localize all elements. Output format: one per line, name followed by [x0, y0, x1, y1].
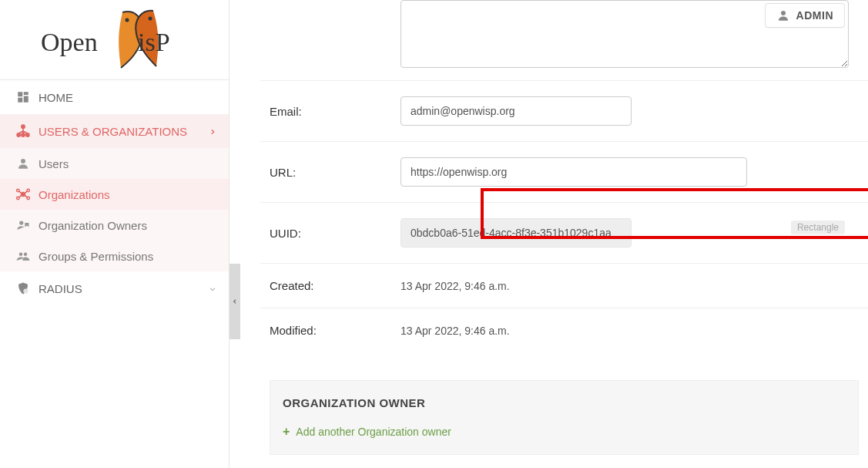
owner-icon: [12, 218, 34, 232]
nav-users[interactable]: Users: [0, 148, 229, 179]
sidebar: Open isP HOME USERS & ORGANIZATIONS: [0, 0, 230, 468]
add-org-owner-link[interactable]: + Add another Organization owner: [283, 425, 846, 439]
svg-point-9: [17, 133, 20, 136]
openwisp-logo: Open isP: [30, 6, 199, 74]
email-field-row: Email:: [260, 81, 868, 142]
url-input[interactable]: [400, 157, 747, 187]
svg-rect-7: [18, 98, 22, 103]
admin-user-label: ADMIN: [796, 9, 833, 22]
svg-rect-4: [18, 92, 22, 96]
svg-point-13: [22, 193, 25, 197]
nav-users-orgs-submenu: Users Organizations Organization Owners …: [0, 148, 229, 271]
nav-org-owners[interactable]: Organization Owners: [0, 210, 229, 241]
nav-users-orgs[interactable]: USERS & ORGANIZATIONS: [0, 114, 229, 148]
svg-text:Open: Open: [41, 28, 98, 56]
created-value: 13 Apr 2022, 9:46 a.m.: [400, 280, 510, 292]
modified-label: Modified:: [270, 324, 400, 337]
nav-users-label: Users: [34, 157, 216, 170]
uuid-field-row: UUID:: [260, 203, 868, 264]
group-icon: [12, 249, 34, 263]
uuid-readonly-input[interactable]: [400, 218, 632, 247]
svg-rect-5: [24, 92, 28, 95]
nav-home-label: HOME: [34, 91, 216, 104]
uuid-label: UUID:: [270, 227, 400, 240]
svg-point-1: [148, 16, 152, 20]
svg-point-11: [26, 133, 29, 136]
annotation-rectangle-badge: Rectangle: [791, 221, 845, 234]
created-label: Created:: [270, 279, 400, 292]
url-label: URL:: [270, 166, 400, 179]
org-tree-icon: [12, 123, 34, 139]
org-owner-section: ORGANIZATION OWNER + Add another Organiz…: [270, 380, 859, 455]
nav-radius[interactable]: RADIUS: [0, 271, 229, 305]
svg-point-20: [24, 253, 28, 257]
plus-icon: +: [283, 425, 290, 439]
svg-point-8: [22, 125, 25, 128]
nav-users-orgs-label: USERS & ORGANIZATIONS: [34, 125, 209, 138]
nav-groups-perms[interactable]: Groups & Permissions: [0, 241, 229, 271]
shield-icon: [12, 281, 34, 295]
person-icon: [12, 157, 34, 170]
admin-user-menu[interactable]: ADMIN: [765, 3, 845, 28]
add-org-owner-label: Add another Organization owner: [296, 426, 451, 438]
modified-field-row: Modified: 13 Apr 2022, 9:46 a.m.: [260, 308, 868, 352]
svg-point-19: [19, 253, 23, 257]
email-input[interactable]: [400, 96, 632, 126]
nav-organizations-label: Organizations: [34, 188, 216, 201]
nav-home[interactable]: HOME: [0, 80, 229, 114]
svg-rect-6: [24, 96, 28, 103]
created-field-row: Created: 13 Apr 2022, 9:46 a.m.: [260, 264, 868, 308]
svg-text:isP: isP: [138, 28, 170, 56]
nav-groups-perms-label: Groups & Permissions: [34, 250, 216, 263]
url-field-row: URL:: [260, 142, 868, 203]
chevron-right-icon: [209, 125, 216, 138]
nav-radius-label: RADIUS: [34, 282, 209, 295]
svg-point-10: [22, 133, 25, 136]
svg-point-23: [781, 11, 786, 15]
svg-point-22: [23, 288, 28, 293]
svg-point-18: [19, 221, 23, 224]
nav-org-owners-label: Organization Owners: [34, 219, 216, 232]
email-label: Email:: [270, 105, 400, 118]
modified-value: 13 Apr 2022, 9:46 a.m.: [400, 325, 510, 337]
svg-point-12: [21, 159, 25, 163]
org-owner-section-title: ORGANIZATION OWNER: [283, 396, 846, 409]
chevron-down-icon: [209, 282, 216, 295]
nav-organizations[interactable]: Organizations: [0, 179, 229, 210]
svg-point-0: [125, 18, 129, 22]
dashboard-icon: [12, 90, 34, 104]
nav: HOME USERS & ORGANIZATIONS Users: [0, 80, 229, 305]
person-icon: [776, 8, 790, 22]
main-content: ADMIN Email: URL: UUID: Created: 13 Apr …: [230, 0, 868, 468]
network-icon: [12, 187, 34, 202]
logo-area: Open isP: [0, 0, 229, 80]
